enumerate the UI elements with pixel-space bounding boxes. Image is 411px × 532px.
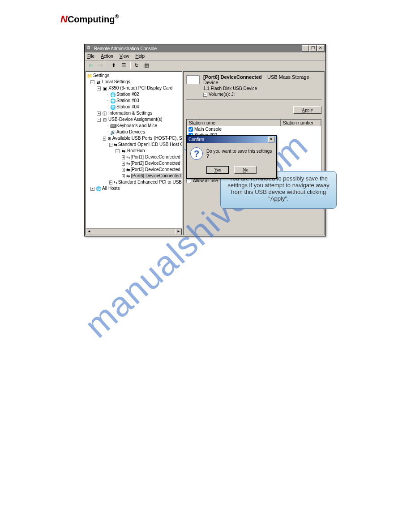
tree-keyboards[interactable]: ·⌨Keyboards and Mice [87, 123, 181, 129]
usb-icon: ⊟ [102, 117, 107, 122]
expand-icon[interactable]: + [109, 180, 112, 184]
brand-prefix: N [60, 13, 68, 25]
collapse-icon[interactable]: − [203, 93, 207, 97]
refresh-icon[interactable]: ↻ [132, 61, 141, 69]
card-icon: ▣ [102, 86, 107, 91]
confirm-dialog: Confirm ✕ ? Do you want to save this set… [186, 135, 277, 179]
tree-enhanced-pci[interactable]: +⇆Standard Enhanced PCI to USB Host [87, 179, 181, 185]
properties-icon[interactable]: ☰ [119, 61, 128, 69]
audio-icon: 🔊 [110, 129, 116, 135]
menu-action[interactable]: Action [101, 54, 113, 59]
apply-button[interactable]: AApplypply [293, 106, 321, 114]
no-button[interactable]: NoNo [234, 166, 257, 174]
titlebar[interactable]: 🖥 Remote Administration Console _ ❐ ✕ [85, 44, 325, 52]
minimize-button[interactable]: _ [302, 45, 309, 51]
dialog-message: Do you want to save this settings ? [206, 149, 273, 159]
expand-icon[interactable]: + [122, 168, 125, 172]
question-icon: ? [190, 147, 203, 160]
dialog-titlebar[interactable]: Confirm ✕ [187, 136, 276, 143]
tree-local-settings[interactable]: −🖳Local Settings [87, 79, 181, 85]
expand-icon[interactable]: + [122, 155, 125, 159]
tree-usb-assignment[interactable]: −⊟USB-Device Assignment(s) [87, 116, 181, 123]
tree-roothub[interactable]: −⇆RootHub [87, 148, 181, 154]
extra-icon[interactable]: ▦ [142, 61, 151, 69]
globe-icon: 🌐 [110, 104, 116, 110]
device-volume: −Volume(s): J: [203, 92, 321, 97]
port-icon: ⚙ [107, 136, 111, 141]
collapse-icon[interactable]: − [97, 86, 101, 90]
tree-station[interactable]: ·🌐Station #03 [87, 98, 181, 104]
callout-text: You are reminded to possibly save the se… [227, 175, 330, 202]
tree-info-settings[interactable]: +ⓘInformation & Settings [87, 110, 181, 116]
brand-name: Computing [68, 14, 115, 24]
info-icon: ⓘ [102, 111, 107, 116]
tree-available-ports[interactable]: −⚙Available USB Ports (HOST-PC), Setting… [87, 135, 181, 142]
tree-panel: 📁Settings −🖳Local Settings −▣X350 (3-hea… [86, 71, 182, 235]
drive-icon [186, 75, 200, 84]
collapse-icon[interactable]: − [109, 143, 112, 147]
device-icon: ⇆ [126, 167, 130, 172]
tree-root[interactable]: 📁Settings [87, 73, 181, 79]
expand-icon[interactable]: + [122, 174, 125, 178]
computer-icon: 🖳 [96, 79, 101, 85]
app-icon: 🖥 [86, 45, 92, 51]
menubar: FFileile Action View Help [85, 52, 325, 60]
tree-port-item-selected[interactable]: +⇆[Port6] DeviceConnected : U [87, 173, 181, 179]
station-row-label: Main Console [194, 127, 222, 132]
tree-station[interactable]: ·🌐Station #02 [87, 91, 181, 98]
expand-icon[interactable]: + [90, 187, 94, 191]
tree-display-card[interactable]: −▣X350 (3-head) PCI Display Card [87, 85, 181, 91]
station-list-header: Station name Station number [187, 120, 321, 126]
registered-mark: ® [115, 13, 119, 20]
scroll-left-icon[interactable]: ◄ [86, 229, 92, 235]
yes-button[interactable]: YesYes [206, 166, 229, 174]
hub-icon: ⇆ [121, 148, 126, 154]
tree-all-hosts[interactable]: +🌐All Hosts [87, 185, 181, 192]
folder-icon: 📁 [87, 73, 92, 78]
device-icon: ⇆ [126, 173, 130, 179]
tree-openhcd[interactable]: −⇆Standard OpenHCD USB Host Control [87, 142, 181, 148]
tree-audio[interactable]: ·🔊Audio Devices [87, 129, 181, 135]
station-row[interactable]: Main Console [187, 126, 321, 132]
column-station-number[interactable]: Station number [281, 120, 321, 126]
device-header: [Port6] DeviceConnected USB Mass Storage… [186, 74, 321, 100]
menu-help[interactable]: Help [135, 54, 145, 59]
globe-icon: 🌐 [96, 186, 101, 191]
back-icon[interactable]: ⇦ [86, 61, 95, 69]
globe-icon: 🌐 [110, 92, 116, 97]
tree-port-item[interactable]: +⇆[Port1] DeviceConnected : U [87, 154, 181, 160]
forward-icon[interactable]: ⇨ [96, 61, 105, 69]
expand-icon[interactable]: + [97, 112, 101, 116]
tree-port-item[interactable]: +⇆[Port3] DeviceConnected : U [87, 167, 181, 173]
toolbar-separator [130, 62, 130, 69]
horizontal-scrollbar[interactable]: ◄ ► [86, 228, 182, 235]
expand-icon[interactable]: + [122, 162, 125, 166]
tree-station[interactable]: ·🌐Station #04 [87, 104, 181, 110]
station-checkbox[interactable] [188, 127, 193, 132]
toolbar: ⇦ ⇨ ⬆ ☰ ↻ ▦ [85, 60, 325, 70]
close-button[interactable]: ✕ [317, 45, 324, 51]
globe-icon: 🌐 [110, 98, 116, 103]
device-subtitle: 1.1 Flash Disk USB Device [203, 86, 321, 91]
collapse-icon[interactable]: − [90, 80, 94, 84]
up-icon[interactable]: ⬆ [109, 61, 118, 69]
collapse-icon[interactable]: − [97, 118, 101, 122]
controller-icon: ⇆ [114, 180, 117, 185]
menu-file[interactable]: FFileile [87, 54, 94, 59]
menu-view[interactable]: View [120, 54, 129, 59]
collapse-icon[interactable]: − [116, 149, 120, 153]
dialog-close-icon[interactable]: ✕ [268, 137, 274, 142]
dialog-title: Confirm [188, 137, 204, 142]
brand-logo: NComputing® [60, 13, 119, 25]
controller-icon: ⇆ [114, 142, 117, 147]
toolbar-separator [107, 62, 107, 69]
device-title: [Port6] DeviceConnected USB Mass Storage… [203, 74, 321, 85]
device-icon: ⇆ [126, 154, 130, 160]
collapse-icon[interactable]: − [103, 137, 106, 141]
scroll-right-icon[interactable]: ► [176, 229, 182, 235]
window-title: Remote Administration Console [94, 46, 302, 51]
device-icon: ⇆ [126, 161, 130, 166]
tree-port-item[interactable]: +⇆[Port2] DeviceConnected : U [87, 160, 181, 167]
column-station-name[interactable]: Station name [187, 120, 281, 126]
maximize-button[interactable]: ❐ [309, 45, 317, 51]
